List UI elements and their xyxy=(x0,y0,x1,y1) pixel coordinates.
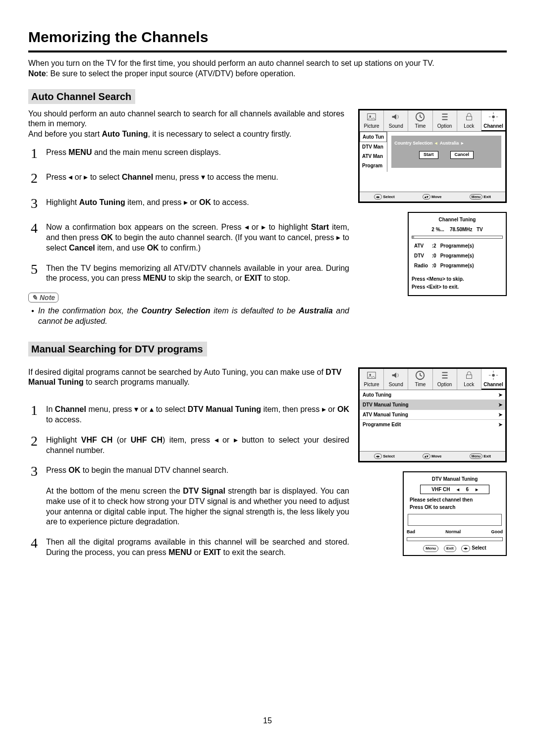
option-icon xyxy=(439,370,450,381)
svg-rect-8 xyxy=(466,375,472,378)
step-number: 3 xyxy=(28,195,40,212)
menu-item[interactable]: DTV Man xyxy=(360,142,387,151)
menu-item[interactable]: Program xyxy=(360,161,387,170)
osd-popup: Country Selection ◂ Australia ▸ Start Ca… xyxy=(391,136,501,168)
left-arrow-icon[interactable]: ◂ xyxy=(457,486,459,493)
step: 4Then all the digital programs available… xyxy=(28,534,349,558)
tab-picture[interactable]: Picture xyxy=(360,110,384,131)
osd-auto-search: PictureSoundTimeOptionLockChannel Auto T… xyxy=(358,109,507,203)
step-number: 4 xyxy=(28,219,40,253)
lock-icon xyxy=(464,111,475,122)
step-body: Press OK to begin the manual DTV channel… xyxy=(46,462,349,527)
tuning-row: DTV:0Programme(s) xyxy=(413,252,476,260)
menu-item[interactable]: ATV Manual Tuning➤ xyxy=(360,410,505,420)
channel-icon xyxy=(488,370,499,381)
svg-point-9 xyxy=(492,374,495,377)
step: 3Highlight Auto Tuning item, and press ▸… xyxy=(28,195,349,212)
intro: When you turn on the TV for the first ti… xyxy=(28,58,507,79)
picture-icon xyxy=(366,370,377,381)
step: 3Press OK to begin the manual DTV channe… xyxy=(28,462,349,527)
section1-para1: You should perform an auto channel searc… xyxy=(28,109,349,130)
page-title: Memorizing the Channels xyxy=(28,27,507,52)
time-icon xyxy=(415,111,426,122)
step-number: 4 xyxy=(28,534,40,558)
section1-steps: 1Press MENU and the main menu screen dis… xyxy=(28,145,349,284)
step-body: Then all the digital programs available … xyxy=(46,534,349,558)
picture-icon xyxy=(366,111,377,122)
tab-sound[interactable]: Sound xyxy=(384,369,408,390)
tab-option[interactable]: Option xyxy=(433,369,457,390)
step-number: 2 xyxy=(28,432,40,456)
progress-bar xyxy=(412,236,503,239)
intro-note-text: : Be sure to select the proper input sou… xyxy=(46,69,296,78)
section2-title: Manual Searching for DTV programs xyxy=(28,342,207,356)
signal-strength-bar xyxy=(407,537,503,541)
tab-option[interactable]: Option xyxy=(433,110,457,131)
menu-item[interactable]: ATV Man xyxy=(360,151,387,161)
page-number: 15 xyxy=(28,716,507,726)
step: 5Then the TV begins memorizing all ATV/D… xyxy=(28,260,349,284)
sound-icon xyxy=(390,111,401,122)
time-icon xyxy=(415,370,426,381)
svg-point-4 xyxy=(492,115,495,118)
step: 1Press MENU and the main menu screen dis… xyxy=(28,145,349,162)
step-body: In Channel menu, press ▾ or ▴ to select … xyxy=(46,402,349,425)
start-button[interactable]: Start xyxy=(419,151,438,159)
step-number: 2 xyxy=(28,169,40,187)
chevron-right-icon: ➤ xyxy=(498,392,502,398)
section1-note: In the confirmation box, the Country Sel… xyxy=(31,306,349,327)
tab-time[interactable]: Time xyxy=(408,369,432,390)
vhf-channel-selector[interactable]: VHF CH ◂ 6 ▸ xyxy=(420,485,489,494)
step-number: 1 xyxy=(28,402,40,425)
chevron-right-icon: ➤ xyxy=(498,421,502,428)
menu-item[interactable]: Programme Edit➤ xyxy=(360,420,505,429)
tab-channel[interactable]: Channel xyxy=(482,110,505,131)
step-number: 1 xyxy=(28,145,40,162)
lock-icon xyxy=(464,370,475,381)
step: 4Now a confirmation box appears on the s… xyxy=(28,219,349,253)
step-number: 5 xyxy=(28,260,40,284)
tab-lock[interactable]: Lock xyxy=(457,110,482,131)
step-body: Now a confirmation box appears on the sc… xyxy=(46,219,349,253)
svg-rect-3 xyxy=(466,116,472,120)
tab-time[interactable]: Time xyxy=(408,110,432,131)
step-body: Press MENU and the main menu screen disp… xyxy=(46,145,349,162)
right-arrow-icon[interactable]: ▸ xyxy=(476,486,478,493)
step-body: Highlight Auto Tuning item, and press ▸ … xyxy=(46,195,349,212)
cancel-button[interactable]: Cancel xyxy=(450,151,474,159)
menu-item[interactable]: DTV Manual Tuning➤ xyxy=(360,400,505,410)
step-body: Then the TV begins memorizing all ATV/DT… xyxy=(46,260,349,284)
section2-steps: 1In Channel menu, press ▾ or ▴ to select… xyxy=(28,402,349,558)
option-icon xyxy=(439,111,450,122)
dtv-manual-tuning-box: DTV Manual Tuning VHF CH ◂ 6 ▸ Please se… xyxy=(403,471,507,556)
section1-title: Auto Channel Search xyxy=(28,89,135,104)
channel-tuning-box: Channel Tuning 2 %... 78.50MHz TV ATV:2P… xyxy=(408,212,507,296)
intro-line1: When you turn on the TV for the first ti… xyxy=(28,59,434,67)
chevron-right-icon: ➤ xyxy=(498,402,502,408)
menu-item[interactable]: Auto Tun xyxy=(360,132,387,142)
osd-channel-menu: PictureSoundTimeOptionLockChannel Auto T… xyxy=(358,367,507,462)
channel-icon xyxy=(488,111,499,122)
note-tag: ✎ Note xyxy=(28,293,58,302)
tuning-row: Radio:0Programme(s) xyxy=(413,261,476,270)
tab-picture[interactable]: Picture xyxy=(360,369,384,390)
chevron-right-icon: ➤ xyxy=(498,411,502,418)
tab-channel[interactable]: Channel xyxy=(482,369,505,390)
intro-note-label: Note xyxy=(28,69,46,78)
menu-item[interactable]: Auto Tuning➤ xyxy=(360,390,505,400)
tab-lock[interactable]: Lock xyxy=(457,369,482,390)
step: 1In Channel menu, press ▾ or ▴ to select… xyxy=(28,402,349,425)
sound-icon xyxy=(390,370,401,381)
tab-sound[interactable]: Sound xyxy=(384,110,408,131)
step: 2Press ◂ or ▸ to select Channel menu, pr… xyxy=(28,169,349,187)
section2-para: If desired digital programs cannot be se… xyxy=(28,367,349,388)
section1-para2: And before you start Auto Tuning, it is … xyxy=(28,129,349,140)
step-body: Press ◂ or ▸ to select Channel menu, pre… xyxy=(46,169,349,187)
step-body: Highlight VHF CH (or UHF CH) item, press… xyxy=(46,432,349,456)
step: 2Highlight VHF CH (or UHF CH) item, pres… xyxy=(28,432,349,456)
step-number: 3 xyxy=(28,462,40,527)
tuning-row: ATV:2Programme(s) xyxy=(413,242,476,251)
